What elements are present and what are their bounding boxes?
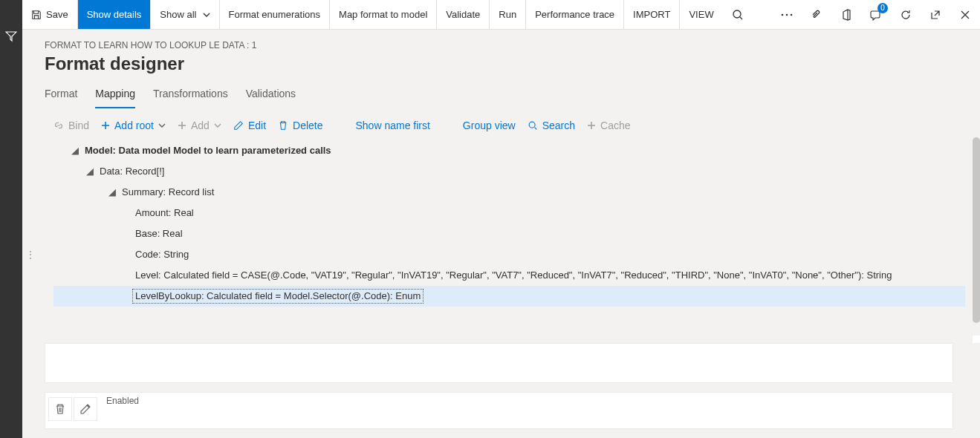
tab-mapping[interactable]: Mapping	[95, 83, 135, 108]
office-icon[interactable]	[831, 0, 861, 30]
enabled-label: Enabled	[106, 396, 947, 406]
show-all-button[interactable]: Show all	[151, 0, 219, 29]
search-icon	[528, 120, 538, 131]
pencil-icon	[233, 120, 244, 131]
messages-icon[interactable]: 0	[861, 0, 891, 30]
view-button[interactable]: VIEW	[680, 0, 722, 29]
svg-point-2	[786, 13, 788, 16]
chevron-down-icon	[214, 122, 221, 129]
edit-button[interactable]: Edit	[233, 120, 266, 131]
tab-validations[interactable]: Validations	[246, 83, 296, 108]
details-panel-1	[45, 343, 953, 383]
mapping-toolbar: Bind Add root Add Edit	[45, 111, 980, 137]
breadcrumb: FORMAT TO LEARN HOW TO LOOKUP LE DATA : …	[45, 40, 980, 50]
svg-point-1	[782, 13, 784, 16]
scroll-corner	[973, 336, 980, 343]
global-search-icon[interactable]	[723, 0, 753, 30]
more-icon[interactable]	[772, 0, 802, 30]
svg-point-0	[733, 10, 741, 18]
plus-icon	[587, 121, 596, 130]
refresh-icon[interactable]	[891, 0, 921, 30]
show-name-first-button[interactable]: Show name first	[355, 120, 429, 131]
show-details-button[interactable]: Show details	[78, 0, 152, 29]
messages-badge: 0	[877, 3, 888, 13]
collapse-icon[interactable]: ◢	[106, 186, 119, 199]
trash-icon	[54, 403, 66, 415]
tree-node-level[interactable]: Level: Calculated field = CASE(@.Code, "…	[53, 265, 965, 286]
drag-handle-icon[interactable]: ⋮	[25, 249, 37, 261]
collapse-icon[interactable]: ◢	[68, 144, 82, 157]
group-view-button[interactable]: Group view	[463, 120, 516, 131]
tree-node-level-by-lookup[interactable]: LevelByLookup: Calculated field = Model.…	[53, 286, 965, 307]
collapse-icon[interactable]: ◢	[83, 165, 97, 178]
performance-trace-button[interactable]: Performance trace	[526, 0, 624, 29]
tree-node-base[interactable]: Base: Real	[53, 223, 965, 244]
chevron-down-icon	[203, 11, 210, 19]
mapping-tree: ◢ Model: Data model Model to learn param…	[45, 137, 980, 314]
map-format-to-model-button[interactable]: Map format to model	[330, 0, 437, 29]
popout-icon[interactable]	[921, 0, 950, 30]
tree-node-model[interactable]: ◢ Model: Data model Model to learn param…	[53, 140, 965, 161]
attach-icon[interactable]	[802, 0, 831, 30]
add-button[interactable]: Add	[178, 120, 221, 131]
bind-button[interactable]: Bind	[53, 120, 89, 131]
delete-button[interactable]: Delete	[278, 120, 322, 131]
run-button[interactable]: Run	[490, 0, 526, 29]
plus-icon	[178, 121, 186, 130]
save-icon	[31, 10, 42, 20]
svg-point-3	[791, 13, 793, 16]
tab-transformations[interactable]: Transformations	[153, 83, 228, 108]
delete-row-button[interactable]	[48, 397, 72, 421]
chevron-down-icon	[158, 122, 166, 129]
validate-button[interactable]: Validate	[437, 0, 490, 29]
edit-row-button[interactable]	[74, 397, 97, 421]
filter-icon[interactable]	[0, 25, 22, 48]
details-panel-2: Enabled	[45, 392, 953, 429]
left-navigation-rail	[0, 0, 22, 438]
cache-button[interactable]: Cache	[587, 120, 630, 131]
tree-node-amount[interactable]: Amount: Real	[53, 203, 965, 223]
tree-node-data[interactable]: ◢ Data: Record[!]	[53, 161, 965, 182]
vertical-scrollbar[interactable]	[973, 137, 980, 323]
save-button[interactable]: Save	[22, 0, 78, 29]
search-button[interactable]: Search	[528, 120, 575, 131]
plus-icon	[101, 121, 110, 130]
format-enumerations-button[interactable]: Format enumerations	[220, 0, 331, 29]
link-icon	[53, 120, 64, 131]
tab-format[interactable]: Format	[45, 83, 77, 108]
svg-point-4	[529, 122, 535, 128]
trash-icon	[278, 120, 288, 131]
close-icon[interactable]	[950, 0, 980, 30]
tree-node-code[interactable]: Code: String	[53, 244, 965, 265]
command-bar: Save Show details Show all Format enumer…	[22, 0, 980, 30]
import-button[interactable]: IMPORT	[624, 0, 680, 29]
add-root-button[interactable]: Add root	[101, 120, 166, 131]
page-title: Format designer	[45, 53, 980, 74]
tabs: Format Mapping Transformations Validatio…	[45, 83, 980, 109]
pencil-icon	[79, 403, 91, 415]
tree-node-summary[interactable]: ◢ Summary: Record list	[53, 182, 965, 203]
